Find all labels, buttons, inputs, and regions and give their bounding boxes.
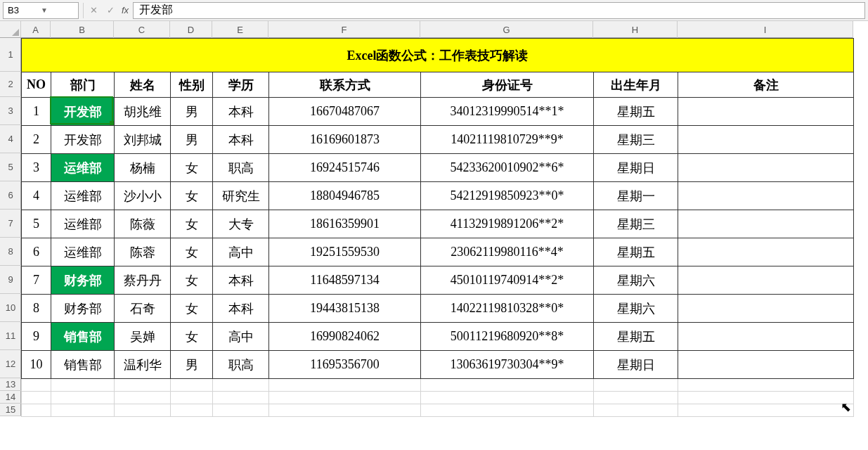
cell[interactable]: 9: [22, 323, 51, 351]
cell[interactable]: [22, 392, 51, 404]
cell[interactable]: 4: [22, 182, 51, 210]
cell[interactable]: [594, 392, 678, 404]
cell[interactable]: 男: [171, 126, 213, 154]
cell[interactable]: [678, 379, 854, 392]
cell[interactable]: 女: [171, 182, 213, 210]
col-header-C[interactable]: C: [114, 21, 170, 38]
cell[interactable]: [269, 379, 421, 392]
cell[interactable]: 陈蓉: [115, 238, 171, 266]
cell[interactable]: 星期一: [594, 182, 678, 210]
cell[interactable]: 3: [22, 154, 51, 182]
header-cell[interactable]: NO: [22, 72, 51, 98]
cell[interactable]: [51, 404, 115, 417]
dropdown-icon[interactable]: ▼: [41, 6, 74, 14]
cell[interactable]: 职高: [213, 351, 269, 379]
cell[interactable]: 星期六: [594, 266, 678, 295]
cell[interactable]: [115, 392, 171, 404]
cell[interactable]: [51, 392, 115, 404]
cell[interactable]: [678, 238, 854, 266]
header-cell[interactable]: 身份证号: [421, 72, 594, 98]
cell[interactable]: [269, 404, 421, 417]
row-header-8[interactable]: 8: [0, 238, 21, 266]
cell[interactable]: [115, 404, 171, 417]
cell[interactable]: [22, 379, 51, 392]
cell[interactable]: 销售部: [51, 351, 115, 379]
cell[interactable]: 运维部: [51, 210, 115, 238]
cell[interactable]: [51, 379, 115, 392]
header-cell[interactable]: 联系方式: [269, 72, 421, 98]
row-header-14[interactable]: 14: [0, 391, 21, 404]
cell[interactable]: 石奇: [115, 295, 171, 323]
cell[interactable]: 18804946785: [269, 182, 421, 210]
cell[interactable]: [678, 266, 854, 295]
header-cell[interactable]: 部门: [51, 72, 115, 98]
header-cell[interactable]: 学历: [213, 72, 269, 98]
cell[interactable]: [213, 392, 269, 404]
cell[interactable]: 高中: [213, 323, 269, 351]
cell[interactable]: 10: [22, 351, 51, 379]
cell[interactable]: 运维部: [51, 154, 115, 182]
cell[interactable]: 女: [171, 238, 213, 266]
cell[interactable]: [171, 392, 213, 404]
cancel-icon[interactable]: ✕: [85, 2, 102, 19]
header-cell[interactable]: 性别: [171, 72, 213, 98]
cell[interactable]: 销售部: [51, 323, 115, 351]
cell[interactable]: 沙小小: [115, 182, 171, 210]
cell[interactable]: 女: [171, 210, 213, 238]
cell[interactable]: 54212919850923**0*: [421, 182, 594, 210]
col-header-E[interactable]: E: [212, 21, 268, 38]
cell[interactable]: 开发部: [51, 98, 115, 126]
row-header-11[interactable]: 11: [0, 322, 21, 350]
cell[interactable]: 高中: [213, 238, 269, 266]
cell[interactable]: 星期日: [594, 351, 678, 379]
cell[interactable]: 50011219680920**8*: [421, 323, 594, 351]
row-header-15[interactable]: 15: [0, 404, 21, 416]
cell[interactable]: [213, 379, 269, 392]
cell[interactable]: 女: [171, 295, 213, 323]
row-header-13[interactable]: 13: [0, 378, 21, 391]
cell[interactable]: 吴婵: [115, 323, 171, 351]
cell[interactable]: 本科: [213, 266, 269, 295]
header-cell[interactable]: 姓名: [115, 72, 171, 98]
cell[interactable]: 财务部: [51, 295, 115, 323]
cell[interactable]: [22, 404, 51, 417]
cell[interactable]: 运维部: [51, 238, 115, 266]
cell[interactable]: [171, 379, 213, 392]
cell[interactable]: 杨楠: [115, 154, 171, 182]
title-cell[interactable]: Excel函数公式：工作表技巧解读: [22, 39, 854, 72]
cell[interactable]: 45010119740914**2*: [421, 266, 594, 295]
col-header-H[interactable]: H: [593, 21, 678, 38]
cell[interactable]: 18616359901: [269, 210, 421, 238]
cell[interactable]: [678, 98, 854, 126]
cell[interactable]: 13063619730304**9*: [421, 351, 594, 379]
col-header-D[interactable]: D: [170, 21, 212, 38]
row-header-4[interactable]: 4: [0, 125, 21, 153]
row-header-10[interactable]: 10: [0, 294, 21, 322]
cell[interactable]: 2: [22, 126, 51, 154]
cell[interactable]: 男: [171, 98, 213, 126]
cell[interactable]: 星期五: [594, 238, 678, 266]
cell[interactable]: [421, 379, 594, 392]
cell[interactable]: 温利华: [115, 351, 171, 379]
cell[interactable]: 开发部: [51, 126, 115, 154]
cell[interactable]: [678, 126, 854, 154]
row-header-7[interactable]: 7: [0, 210, 21, 238]
formula-input[interactable]: 开发部: [133, 2, 865, 19]
cell[interactable]: 16990824062: [269, 323, 421, 351]
cell[interactable]: 1: [22, 98, 51, 126]
cell[interactable]: [269, 392, 421, 404]
cell[interactable]: 星期日: [594, 154, 678, 182]
cell[interactable]: 8: [22, 295, 51, 323]
row-header-12[interactable]: 12: [0, 350, 21, 378]
col-header-F[interactable]: F: [268, 21, 420, 38]
row-header-1[interactable]: 1: [0, 38, 21, 72]
cell[interactable]: 财务部: [51, 266, 115, 295]
cell[interactable]: 职高: [213, 154, 269, 182]
cell[interactable]: 本科: [213, 295, 269, 323]
cell[interactable]: 7: [22, 266, 51, 295]
cell[interactable]: 星期五: [594, 323, 678, 351]
enter-icon[interactable]: ✓: [102, 2, 119, 19]
col-header-G[interactable]: G: [420, 21, 593, 38]
row-header-2[interactable]: 2: [0, 72, 21, 97]
cell[interactable]: 本科: [213, 98, 269, 126]
